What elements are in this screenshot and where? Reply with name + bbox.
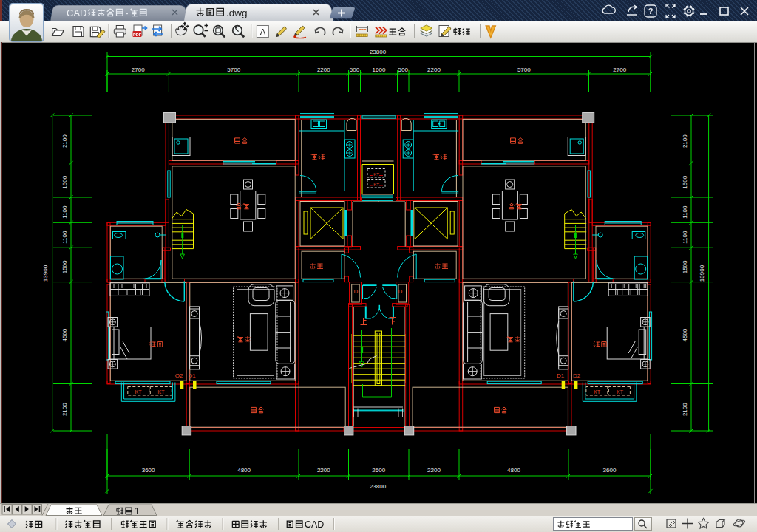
svg-text:?: ? bbox=[648, 7, 654, 16]
svg-text:A: A bbox=[259, 27, 265, 38]
svg-text:-: - bbox=[126, 8, 129, 18]
svg-text:PDF: PDF bbox=[133, 33, 142, 37]
svg-text:.dwg: .dwg bbox=[226, 7, 248, 18]
svg-text:CAD: CAD bbox=[305, 519, 324, 530]
svg-text:CAD: CAD bbox=[67, 7, 86, 18]
svg-text:1: 1 bbox=[135, 506, 140, 516]
